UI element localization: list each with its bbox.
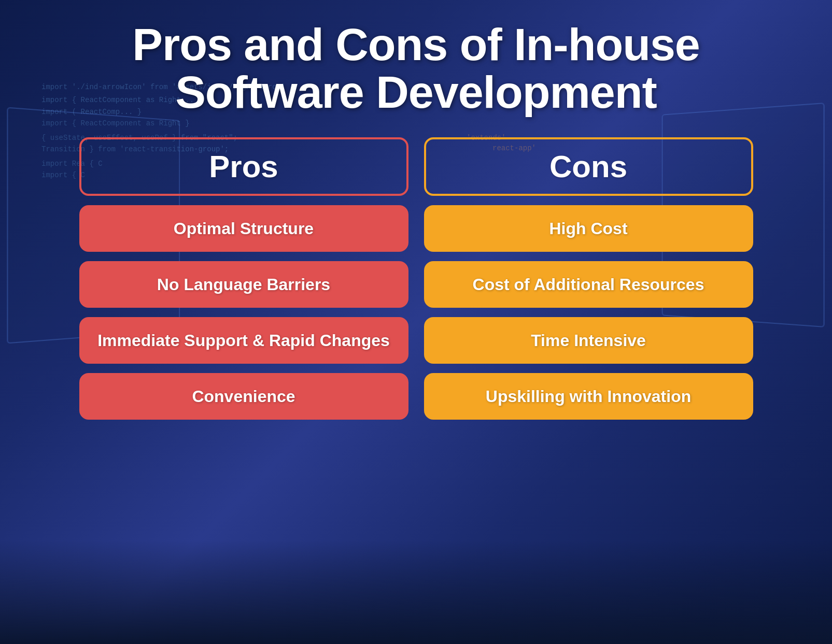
cons-column: Cons High Cost Cost of Additional Resour… [424, 137, 753, 420]
pros-item-1: Optimal Structure [79, 205, 408, 252]
cons-item-1: High Cost [424, 205, 753, 252]
cons-item-2: Cost of Additional Resources [424, 261, 753, 308]
cons-item-3: Time Intensive [424, 317, 753, 364]
pros-item-2: No Language Barriers [79, 261, 408, 308]
cons-item-4: Upskilling with Innovation [424, 373, 753, 420]
pros-header-box: Pros [79, 137, 408, 196]
cons-header-box: Cons [424, 137, 753, 196]
title-line1: Pros and Cons of In-house [132, 19, 700, 70]
pros-item-3: Immediate Support & Rapid Changes [79, 317, 408, 364]
title-line2: Software Development [175, 66, 657, 118]
main-content: Pros and Cons of In-house Software Devel… [0, 0, 832, 644]
page-title: Pros and Cons of In-house Software Devel… [132, 21, 700, 117]
pros-header-label: Pros [209, 149, 278, 184]
pros-item-4: Convenience [79, 373, 408, 420]
pros-column: Pros Optimal Structure No Language Barri… [79, 137, 408, 420]
cons-header-label: Cons [549, 149, 627, 184]
columns-container: Pros Optimal Structure No Language Barri… [79, 137, 753, 420]
